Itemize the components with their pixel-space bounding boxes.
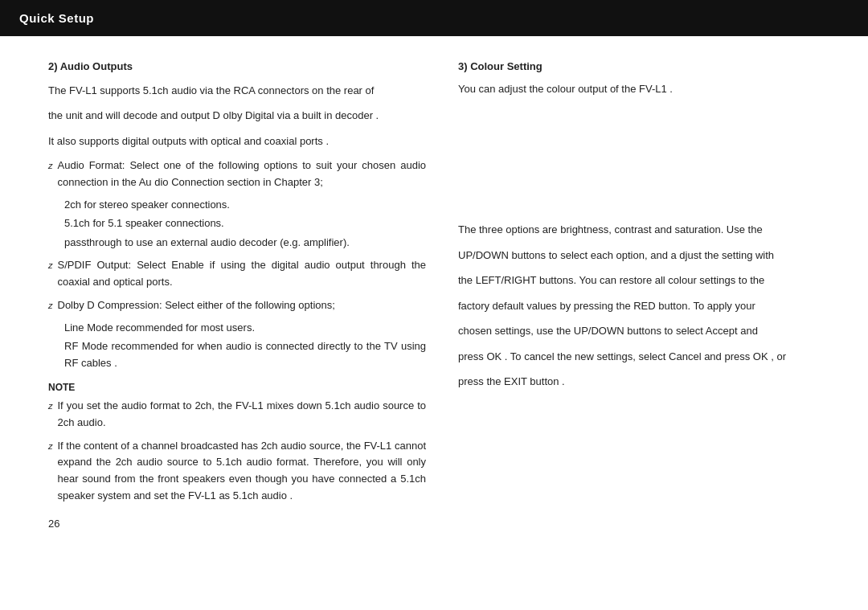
note-bullet2-text: If the content of a channel broadcasted … [58,438,427,505]
colour-para2-line2: UP/DOWN buttons to select each option, a… [458,247,836,264]
audio-outputs-title: 2) Audio Outputs [48,60,426,72]
colour-para2-line6: press OK . To cancel the new settings, s… [458,348,836,365]
colour-para2-line1: The three options are brightness, contra… [458,221,836,238]
indent-section2: Line Mode recommended for most users. RF… [48,319,426,372]
indent5: RF Mode recommended for when audio is co… [64,338,426,372]
indent4: Line Mode recommended for most users. [64,319,426,336]
colour-para2-line3: the LEFT/RIGHT buttons. You can restore … [458,272,836,289]
note-bullet1-icon: z [48,399,53,414]
bullet3-section: z Dolby D Compression: Select either of … [48,297,426,372]
bullet1-section: z Audio Format: Select one of the follow… [48,158,426,251]
colour-spacer [458,108,836,221]
bullet2-section: z S/PDIF Output: Select Enable if using … [48,257,426,291]
bullet2-text: S/PDIF Output: Select Enable if using th… [58,257,427,291]
page-header: Quick Setup [0,0,868,36]
page-number: 26 [48,518,426,530]
note-label: NOTE [48,382,426,393]
bullet1-icon: z [48,159,53,174]
bullet2-item: z S/PDIF Output: Select Enable if using … [48,257,426,291]
bullet3-icon: z [48,299,53,313]
indent3: passthrough to use an external audio dec… [64,234,426,251]
right-column: 3) Colour Setting You can adjust the col… [458,60,836,590]
indent-section1: 2ch for stereo speaker connections. 5.1c… [48,196,426,251]
indent1: 2ch for stereo speaker connections. [64,196,426,213]
indent2: 5.1ch for 5.1 speaker connections. [64,215,426,231]
header-title: Quick Setup [19,11,94,25]
bullet2-icon: z [48,259,53,273]
bullet1-item: z Audio Format: Select one of the follow… [48,158,426,191]
bullet3-item: z Dolby D Compression: Select either of … [48,297,426,314]
note-bullet1-text: If you set the audio format to 2ch, the … [58,398,427,432]
colour-para2-line5: chosen settings, use the UP/DOWN buttons… [458,322,836,339]
colour-para1: You can adjust the colour output of the … [458,80,836,97]
note-bullet2: z If the content of a channel broadcaste… [48,438,426,505]
audio-para1-line1: The FV-L1 supports 5.1ch audio via the R… [48,82,426,99]
bullet1-text: Audio Format: Select one of the followin… [58,158,427,191]
colour-para2-line4: factory default values by pressing the R… [458,297,836,314]
colour-para2-line7: press the EXIT button . [458,373,836,390]
audio-para1-line3: It also supports digital outputs with op… [48,133,426,149]
colour-setting-title: 3) Colour Setting [458,60,836,72]
left-column: 2) Audio Outputs The FV-L1 supports 5.1c… [48,60,426,590]
note-bullet1: z If you set the audio format to 2ch, th… [48,398,426,432]
note-bullet2-icon: z [48,440,53,454]
page-content: 2) Audio Outputs The FV-L1 supports 5.1c… [0,36,868,606]
bullet3-text: Dolby D Compression: Select either of th… [58,297,427,314]
audio-para1-line2: the unit and will decode and output D ol… [48,107,426,124]
